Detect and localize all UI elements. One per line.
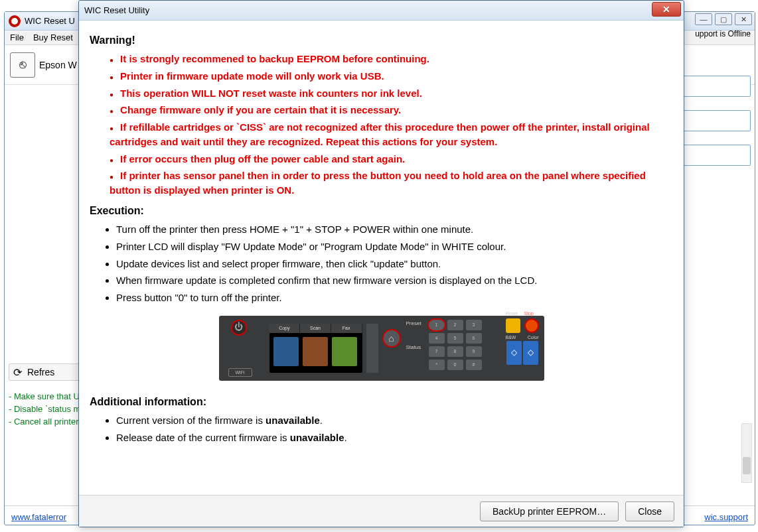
menu-file[interactable]: File [10, 33, 24, 42]
dialog-footer: BackUp printer EEPROM… Close [79, 495, 684, 527]
panel-tab-fax: Fax [331, 324, 362, 333]
close-button[interactable]: Close [625, 501, 674, 521]
panel-start-bw-icon: ◇ [506, 341, 522, 365]
menu-buy-reset[interactable]: Buy Reset [33, 33, 73, 42]
panel-key-hash: # [466, 360, 482, 370]
scrollbar[interactable] [741, 423, 752, 483]
hint-1: - Make sure that U [9, 391, 82, 401]
panel-wifi-icon: WiFi [228, 368, 252, 377]
addinfo-list: Current version of the firmware is unava… [90, 413, 673, 445]
warning-item: If refillable cartridges or `CISS` are n… [110, 120, 673, 149]
panel-tab-copy: Copy [269, 324, 301, 333]
panel-reset-icon [506, 318, 520, 333]
dialog-titlebar: WIC Reset Utility ✕ [79, 1, 684, 21]
panel-stop-label: Stop [524, 310, 534, 317]
warning-item: Change firmware only if you are certain … [110, 103, 673, 117]
close-icon: ✕ [662, 4, 670, 15]
scrollbar-thumb[interactable] [743, 457, 751, 474]
panel-key-9: 9 [466, 346, 482, 357]
addinfo-item: Release date of the current firmware is … [116, 431, 673, 445]
warning-item: Printer in firmware update mode will onl… [110, 69, 673, 84]
panel-key-8: 8 [447, 346, 463, 357]
app-icon [9, 15, 21, 27]
refresh-button[interactable]: ⟳ Refres [9, 364, 82, 381]
exec-item: Printer LCD will display "FW Update Mode… [116, 239, 673, 254]
panel-key-5: 5 [447, 333, 463, 344]
warning-heading: Warning! [90, 33, 673, 48]
support-status: upport is Offline [695, 29, 751, 38]
panel-key-3: 3 [466, 320, 482, 330]
minimize-button[interactable]: — [695, 13, 712, 25]
dialog-title: WIC Reset Utility [84, 5, 149, 15]
panel-power-icon: ⏻ [231, 320, 247, 336]
panel-reset-label: Reset [506, 310, 518, 317]
printer-panel-illustration: ⏻ WiFi Copy Scan Fax ⌂ Preset Status 1 2 [219, 316, 544, 381]
warning-item: If error occurs then plug off the power … [110, 152, 673, 166]
panel-start-color-icon: ◇ [523, 341, 538, 365]
close-window-button[interactable]: ✕ [735, 13, 752, 25]
panel-key-2: 2 [447, 320, 463, 330]
warning-item: If printer has sensor panel then in orde… [110, 168, 673, 198]
warning-list: It is strongly recommened to backup EEPR… [90, 52, 673, 198]
printer-name: Epson W [39, 60, 77, 70]
panel-preset-label: Preset [406, 320, 421, 328]
main-title: WIC Reset U [25, 16, 75, 26]
usb-icon: ⎋ [10, 52, 35, 78]
warning-item: It is strongly recommened to backup EEPR… [110, 52, 673, 66]
exec-item: When firmware update is completed confir… [116, 273, 673, 288]
panel-app-icon [332, 337, 357, 366]
refresh-icon: ⟳ [13, 366, 22, 379]
exec-item: Update devices list and select proper fi… [116, 257, 673, 271]
exec-item: Press button "0" to turn off the printer… [116, 291, 673, 305]
panel-tab-scan: Scan [300, 324, 331, 333]
hint-3: - Cancel all printer [9, 417, 82, 427]
link-fatalerror[interactable]: www.fatalerror [11, 512, 66, 522]
panel-stop-icon [524, 318, 539, 333]
link-wic-support[interactable]: wic.support [704, 512, 748, 522]
hint-2: - Disable `status m [9, 404, 82, 414]
panel-app-icon [273, 337, 299, 366]
firmware-dialog: WIC Reset Utility ✕ Warning! It is stron… [78, 0, 684, 527]
panel-key-0: 0 [447, 360, 463, 370]
execution-list: Turn off the printer then press HOME + "… [90, 222, 673, 305]
addinfo-heading: Additional information: [90, 394, 673, 409]
panel-nav-bar [366, 324, 378, 373]
execution-heading: Execution: [90, 203, 673, 218]
dialog-body: Warning! It is strongly recommened to ba… [79, 21, 684, 495]
panel-home-icon: ⌂ [382, 329, 401, 348]
panel-key-7: 7 [429, 346, 445, 357]
panel-app-icon [303, 337, 328, 366]
left-panel-fragment: ⟳ Refres - Make sure that U - Disable `s… [9, 364, 82, 429]
dialog-close-button[interactable]: ✕ [652, 2, 681, 17]
warning-item: This operation WILL NOT reset waste ink … [110, 86, 673, 101]
window-buttons: — ▢ ✕ [695, 13, 752, 25]
exec-item: Turn off the printer then press HOME + "… [116, 222, 673, 237]
panel-screen: Copy Scan Fax [269, 324, 362, 373]
refresh-label: Refres [27, 367, 54, 377]
panel-key-1: 1 [429, 320, 445, 330]
panel-status-label: Status [406, 344, 421, 352]
maximize-button[interactable]: ▢ [715, 13, 732, 25]
panel-key-4: 4 [429, 333, 445, 344]
panel-start-buttons: ◇ ◇ [506, 341, 539, 365]
addinfo-item: Current version of the firmware is unava… [116, 413, 673, 428]
panel-start-labels: B&WColor [506, 334, 539, 341]
backup-eeprom-button[interactable]: BackUp printer EEPROM… [480, 501, 619, 521]
panel-key-6: 6 [466, 333, 482, 344]
panel-key-star: * [429, 360, 445, 370]
